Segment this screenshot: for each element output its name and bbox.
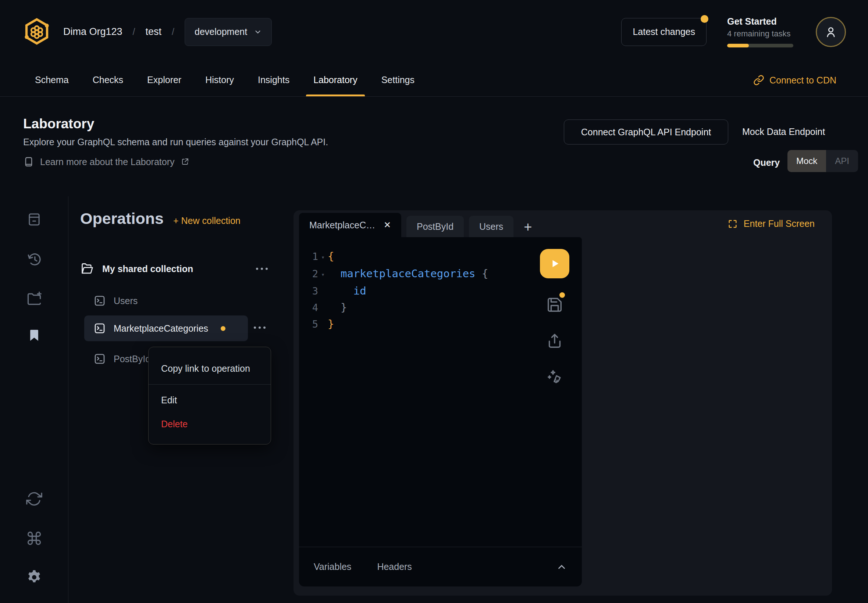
code-token: {: [328, 248, 334, 266]
tab-laboratory[interactable]: Laboratory: [306, 63, 365, 96]
variant-selector[interactable]: development: [185, 18, 272, 46]
code-token: }: [328, 316, 334, 332]
breadcrumb-org[interactable]: Dima Org123: [63, 26, 122, 37]
operation-icon: [93, 322, 106, 335]
save-operation-button[interactable]: [545, 295, 564, 314]
fold-arrow-icon[interactable]: ▾: [318, 266, 328, 283]
external-link-icon: [181, 158, 189, 166]
query-mode-toggle: Mock API: [788, 150, 858, 172]
bookmark-icon[interactable]: [23, 324, 45, 346]
code-line: 3 id: [299, 283, 534, 299]
toggle-option-mock[interactable]: Mock: [788, 150, 826, 172]
operation-row-postbyid[interactable]: PostById: [93, 348, 150, 370]
prettify-query-button[interactable]: [545, 367, 564, 387]
fold-arrow-icon: [318, 299, 328, 316]
editor-tab-label: PostById: [417, 221, 453, 232]
code-area[interactable]: 1 ▾ { 2 ▾ marketplaceCategories { 3 id: [299, 248, 534, 332]
headers-tab[interactable]: Headers: [377, 561, 412, 572]
user-avatar[interactable]: [816, 17, 846, 47]
top-header: Dima Org123 / test / development Latest …: [0, 0, 868, 63]
editor-tab-postbyid[interactable]: PostById: [407, 216, 464, 237]
book-icon: [23, 156, 34, 167]
editor-tab-marketplacecategories[interactable]: MarketplaceC… ✕: [299, 213, 401, 237]
editor-tab-bar: MarketplaceC… ✕ PostById Users +: [299, 210, 537, 237]
fold-arrow-icon[interactable]: ▾: [318, 248, 328, 266]
fold-arrow-icon: [318, 283, 328, 299]
share-operation-button[interactable]: [545, 331, 564, 350]
editor-tab-users[interactable]: Users: [469, 216, 514, 237]
documentation-icon[interactable]: [23, 208, 45, 230]
close-tab-icon[interactable]: ✕: [384, 220, 391, 230]
fold-arrow-icon: [318, 316, 328, 332]
apollo-graphos-logo-icon[interactable]: [22, 17, 51, 48]
learn-more-link[interactable]: Learn more about the Laboratory: [23, 156, 189, 167]
page-title: Laboratory: [23, 116, 94, 131]
header-right: Latest changes Get Started 4 remaining t…: [621, 16, 846, 48]
progress-fill: [727, 44, 749, 48]
operation-row-marketplacecategories[interactable]: MarketplaceCategories: [84, 315, 248, 341]
code-line: 1 ▾ {: [299, 248, 534, 266]
connect-to-cdn-label: Connect to CDN: [769, 75, 836, 86]
toggle-option-api[interactable]: API: [826, 150, 858, 172]
code-line: 5 }: [299, 316, 534, 332]
tab-explorer[interactable]: Explorer: [140, 63, 189, 96]
learn-more-label: Learn more about the Laboratory: [40, 157, 175, 167]
new-tab-button[interactable]: +: [518, 219, 537, 237]
chevron-down-icon: [254, 28, 262, 36]
collapse-panel-icon[interactable]: [556, 561, 567, 572]
line-number: 5: [299, 316, 318, 332]
operation-row-users[interactable]: Users: [93, 289, 138, 312]
get-started-progressbar: [727, 44, 793, 48]
unsaved-changes-dot: [559, 292, 565, 298]
connect-graphql-endpoint-button[interactable]: Connect GraphQL API Endpoint: [564, 119, 728, 144]
page-description: Explore your GraphQL schema and run quer…: [23, 137, 328, 147]
editor-tab-label: Users: [479, 221, 503, 232]
latest-changes-button[interactable]: Latest changes: [621, 18, 707, 46]
operation-name: Users: [114, 295, 138, 306]
editor-panel: MarketplaceC… ✕ PostById Users + Enter F…: [294, 210, 832, 596]
connect-to-cdn-link[interactable]: Connect to CDN: [753, 63, 836, 97]
person-icon: [823, 25, 838, 39]
editor-actions: [536, 249, 573, 387]
tab-schema[interactable]: Schema: [28, 63, 76, 96]
new-folder-icon[interactable]: [23, 288, 45, 309]
collection-more-options-icon[interactable]: [252, 264, 271, 274]
menu-item-edit[interactable]: Edit: [149, 388, 271, 412]
laboratory-icon-rail: [0, 196, 68, 603]
editor-tab-label: MarketplaceC…: [309, 220, 375, 230]
get-started-widget[interactable]: Get Started 4 remaining tasks: [727, 16, 795, 48]
link-icon: [753, 75, 764, 86]
save-icon: [546, 296, 563, 313]
command-palette-icon[interactable]: [23, 527, 45, 549]
code-token: }: [328, 299, 347, 316]
line-number: 4: [299, 299, 318, 316]
tab-settings[interactable]: Settings: [374, 63, 422, 96]
mock-data-endpoint-link[interactable]: Mock Data Endpoint: [742, 127, 825, 137]
menu-item-copy-link[interactable]: Copy link to operation: [149, 357, 271, 380]
menu-item-delete[interactable]: Delete: [149, 412, 271, 436]
run-query-button[interactable]: [540, 249, 569, 278]
breadcrumb-separator: /: [172, 26, 174, 37]
new-collection-button[interactable]: + New collection: [173, 215, 241, 226]
collection-row[interactable]: My shared collection: [80, 257, 271, 280]
sync-icon[interactable]: [23, 487, 45, 510]
enter-full-screen-label: Enter Full Screen: [744, 218, 815, 229]
menu-divider: [149, 384, 271, 385]
operations-header: Operations + New collection: [80, 210, 241, 227]
history-icon[interactable]: [23, 249, 45, 271]
operation-icon: [93, 294, 106, 308]
enter-full-screen-button[interactable]: Enter Full Screen: [727, 218, 815, 229]
operation-more-options-icon[interactable]: [250, 323, 269, 332]
tab-history[interactable]: History: [198, 63, 241, 96]
breadcrumb-separator: /: [133, 26, 135, 37]
query-editor[interactable]: 1 ▾ { 2 ▾ marketplaceCategories { 3 id: [299, 237, 582, 586]
code-token: {: [482, 266, 488, 283]
query-label: Query: [753, 158, 780, 168]
tab-checks[interactable]: Checks: [85, 63, 131, 96]
breadcrumb-graph[interactable]: test: [145, 26, 162, 37]
play-icon: [548, 257, 562, 271]
variables-tab[interactable]: Variables: [314, 561, 351, 572]
settings-gear-icon[interactable]: [23, 566, 45, 588]
tab-insights[interactable]: Insights: [251, 63, 297, 96]
notification-dot: [701, 15, 709, 23]
